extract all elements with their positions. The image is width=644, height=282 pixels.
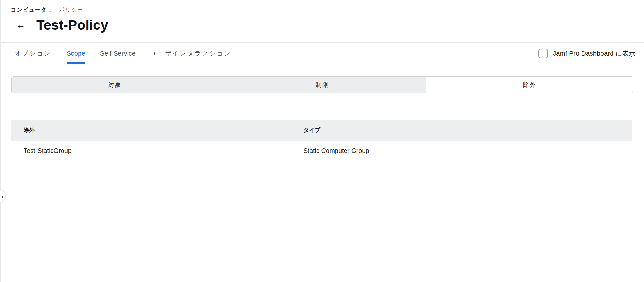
page-title: Test-Policy xyxy=(36,17,108,33)
segment-targets[interactable]: 対象 xyxy=(12,77,219,93)
breadcrumb: コンピュータ : ポリシー xyxy=(11,6,644,13)
table-header-row: 除外 タイプ xyxy=(11,120,632,141)
column-header-type: タイプ xyxy=(303,127,632,134)
tab-scope[interactable]: Scope xyxy=(67,43,85,64)
tab-bar: オプション Scope Self Service ユーザインタラクション Jam… xyxy=(0,43,644,64)
chevron-right-icon: › xyxy=(1,193,4,200)
dashboard-toggle[interactable]: Jamf Pro Dashboard に表示 xyxy=(538,43,635,64)
table-row[interactable]: Test-StaticGroup Static Computer Group xyxy=(11,141,632,160)
exclusions-table: 除外 タイプ Test-StaticGroup Static Computer … xyxy=(11,120,632,160)
dashboard-checkbox[interactable] xyxy=(538,49,548,58)
breadcrumb-computers[interactable]: コンピュータ : xyxy=(11,6,51,14)
dashboard-checkbox-label: Jamf Pro Dashboard に表示 xyxy=(553,49,635,58)
breadcrumb-policies[interactable]: ポリシー xyxy=(59,6,83,14)
tab-user-interaction[interactable]: ユーザインタラクション xyxy=(150,43,232,64)
tab-self-service[interactable]: Self Service xyxy=(100,43,136,64)
exclusion-name-cell: Test-StaticGroup xyxy=(11,147,303,155)
title-row: ← Test-Policy xyxy=(11,17,644,33)
exclusion-type-cell: Static Computer Group xyxy=(303,147,632,155)
scope-segment-control: 対象 制限 除外 xyxy=(11,76,633,93)
segment-limitations[interactable]: 制限 xyxy=(219,77,426,93)
scope-content: 対象 制限 除外 除外 タイプ Test-StaticGroup Static … xyxy=(0,76,644,160)
column-header-exclusions: 除外 xyxy=(11,127,303,134)
back-arrow-icon: ← xyxy=(16,20,25,30)
collapsed-sidebar-edge xyxy=(0,0,1,282)
page-header: コンピュータ : ポリシー ← Test-Policy xyxy=(0,0,644,43)
sidebar-expand-button[interactable]: › xyxy=(0,190,6,202)
segment-exclusions[interactable]: 除外 xyxy=(426,77,633,93)
tab-options[interactable]: オプション xyxy=(15,43,52,64)
back-button[interactable]: ← xyxy=(15,20,26,31)
